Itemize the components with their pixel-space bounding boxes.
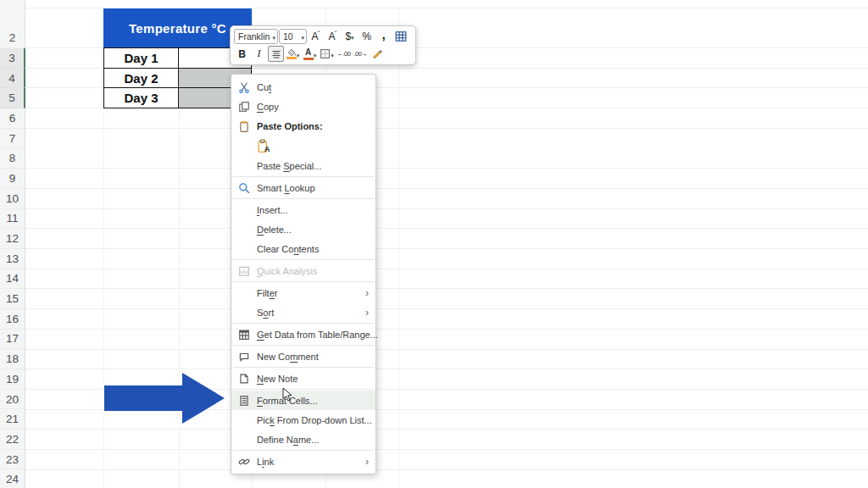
table-row: Day 3 [103, 88, 252, 108]
row-header-column: 23456789101112131415161718192021222324 [0, 0, 25, 488]
caret-up-icon: ˆ [318, 30, 320, 38]
row-header-13[interactable]: 13 [0, 249, 25, 269]
menu-item-insert[interactable]: Insert... [231, 200, 376, 219]
menu-separator [233, 281, 374, 282]
menu-item-link[interactable]: Link [231, 452, 376, 471]
row-header-11[interactable]: 11 [0, 209, 25, 230]
menu-separator [233, 367, 374, 368]
decrease-decimal-button[interactable]: .00→ [353, 46, 369, 62]
chevron-down-icon [297, 48, 300, 60]
font-name-select[interactable]: Franklin [234, 29, 278, 44]
menu-separator [233, 345, 374, 346]
menu-item-paste-special[interactable]: Paste Special... [231, 156, 376, 175]
clipboard-a-icon[interactable]: A [255, 137, 272, 154]
format-painter-button[interactable] [370, 46, 386, 62]
row-header-20[interactable]: 20 [0, 390, 25, 410]
annotation-arrow [103, 371, 226, 425]
menu-separator [233, 389, 374, 390]
chevron-down-icon [301, 31, 304, 42]
mouse-cursor-icon [282, 387, 294, 402]
menu-item-new-note[interactable]: New Note [231, 369, 376, 388]
menu-item-pick-from-dropdown[interactable]: Pick From Drop-down List... [231, 410, 376, 430]
comma-style-button[interactable]: , [376, 29, 392, 45]
submenu-arrow-icon [365, 287, 369, 299]
table-row: Day 2 [103, 69, 252, 89]
bold-button[interactable]: B [234, 46, 250, 62]
row-header-16[interactable]: 16 [0, 309, 25, 330]
font-color-button[interactable]: A [302, 46, 318, 62]
menu-item-sort[interactable]: Sort [231, 302, 376, 322]
menu-item-copy[interactable]: Copy [231, 97, 376, 116]
accounting-format-button[interactable]: $ [342, 29, 358, 45]
table-icon [238, 329, 250, 341]
row-header-17[interactable]: 17 [0, 330, 25, 350]
submenu-arrow-icon [365, 456, 369, 468]
row-header-22[interactable]: 22 [0, 430, 25, 450]
row-header-15[interactable]: 15 [0, 289, 25, 309]
format-as-table-icon[interactable] [392, 29, 409, 45]
menu-separator [233, 450, 374, 451]
excel-sheet: { "colors": { "header_blue": "#1a57c6", … [0, 0, 868, 488]
center-align-button[interactable] [268, 46, 284, 62]
shrink-font-button[interactable]: Aˇ [325, 29, 341, 45]
gridline [398, 8, 399, 488]
row-header-3[interactable]: 3 [0, 48, 25, 69]
row-header-10[interactable]: 10 [0, 189, 25, 209]
fill-color-button[interactable] [285, 46, 301, 62]
font-color-icon: A [303, 48, 314, 60]
grow-font-button[interactable]: Aˆ [308, 29, 324, 45]
row-header-9[interactable]: 9 [0, 169, 25, 189]
row-header-5[interactable]: 5 [0, 88, 25, 108]
borders-button[interactable] [319, 46, 335, 62]
clipboard-icon [238, 120, 250, 132]
row-header-4[interactable]: 4 [0, 69, 25, 89]
borders-icon [320, 48, 331, 59]
svg-text:A: A [264, 145, 270, 152]
row-header-24[interactable]: 24 [0, 469, 25, 488]
percent-style-button[interactable]: % [359, 29, 375, 45]
menu-item-format-cells[interactable]: Format Cells... [231, 391, 376, 410]
align-center-icon [271, 49, 281, 59]
menu-item-quick-analysis[interactable]: Quick Analysis [231, 261, 376, 280]
menu-item-define-name[interactable]: Define Name... [231, 430, 376, 449]
menu-item-new-comment[interactable]: New Comment [231, 347, 376, 366]
font-size-select[interactable]: 10 [279, 29, 307, 44]
row-header-21[interactable]: 21 [0, 409, 25, 430]
row-header-2[interactable]: 2 [0, 8, 25, 48]
menu-separator [233, 176, 374, 177]
comment-icon [238, 351, 250, 363]
day-label-cell[interactable]: Day 2 [103, 69, 179, 89]
menu-item-paste-keep-formatting: A [231, 136, 376, 156]
chevron-down-icon [314, 48, 317, 60]
row-header-18[interactable]: 18 [0, 349, 25, 369]
increase-decimal-button[interactable]: ←.00 [336, 46, 352, 62]
magnifier-icon [238, 182, 250, 194]
day-label-cell[interactable]: Day 1 [103, 48, 179, 69]
row-header-8[interactable]: 8 [0, 148, 25, 169]
chevron-down-icon [351, 30, 354, 42]
row-header-12[interactable]: 12 [0, 229, 25, 249]
menu-separator [233, 198, 374, 199]
menu-item-get-data[interactable]: Get Data from Table/Range... [231, 324, 376, 344]
day-label-cell[interactable]: Day 3 [103, 88, 179, 108]
row-header-19[interactable]: 19 [0, 369, 25, 390]
row-header-14[interactable]: 14 [0, 269, 25, 290]
menu-item-smart-lookup[interactable]: Smart Lookup [231, 178, 376, 197]
menu-item-filter[interactable]: Filter [231, 283, 376, 302]
mini-toolbar: Franklin 10 Aˆ Aˇ $ % , B I [230, 25, 416, 65]
link-icon [238, 456, 250, 468]
fill-bucket-icon [287, 48, 297, 59]
format-painter-icon [372, 48, 383, 59]
chevron-down-icon [272, 31, 275, 42]
row-header-23[interactable]: 23 [0, 450, 25, 470]
menu-separator [233, 323, 374, 324]
row-header-7[interactable]: 7 [0, 129, 25, 149]
italic-button[interactable]: I [251, 46, 267, 62]
menu-item-clear-contents[interactable]: Clear Contents [231, 239, 376, 258]
row-header-6[interactable]: 6 [0, 108, 25, 129]
copy-icon [238, 101, 250, 113]
format-cells-icon [238, 395, 250, 407]
menu-item-delete[interactable]: Delete... [231, 219, 376, 239]
table-title: Temperature °C [129, 21, 226, 36]
menu-item-cut[interactable]: Cut [231, 77, 376, 97]
